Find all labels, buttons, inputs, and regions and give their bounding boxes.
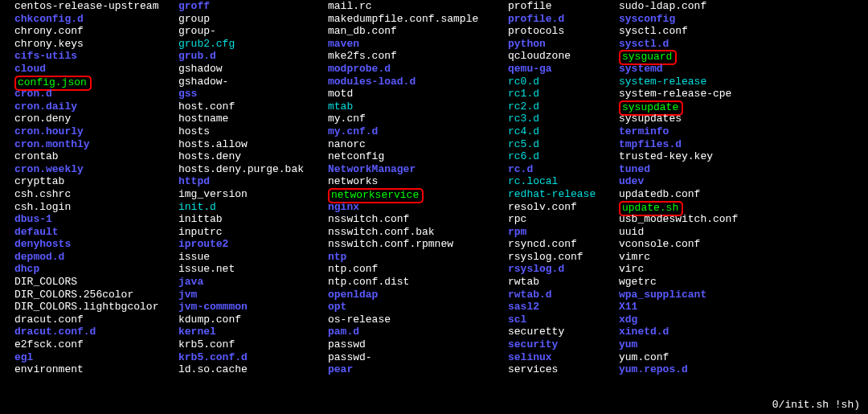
ls-entry: sysupdates [619, 113, 764, 125]
file-name: sudo-ldap.conf [619, 0, 706, 12]
file-name: rpm [508, 226, 526, 238]
file-name: gss [178, 88, 197, 100]
ls-entry: denyhosts [14, 238, 178, 251]
ls-entry: rpm [508, 226, 619, 239]
ls-entry: rc5.d [508, 138, 619, 151]
ls-entry: my.cnf.d [328, 125, 508, 138]
ls-entry: gshadow- [178, 76, 328, 88]
file-name: init.d [178, 201, 216, 213]
ls-entry: resolv.conf [508, 201, 619, 214]
file-name: group- [178, 25, 216, 37]
file-name: sysconfig [619, 13, 675, 25]
file-name: denyhosts [14, 238, 71, 250]
ls-entry: pam.d [328, 326, 508, 338]
file-name: egl [14, 351, 33, 363]
file-name: netconfig [328, 150, 384, 162]
file-name: rc6.d [508, 150, 539, 162]
file-name: grub2.cfg [178, 38, 235, 50]
file-name: dracut.conf [14, 314, 84, 326]
ls-entry: redhat-release [508, 188, 619, 201]
file-name: issue.net [178, 263, 235, 275]
ls-entry: my.cnf [328, 113, 508, 125]
ls-entry: chkconfig.d [14, 13, 178, 26]
ls-entry: rc.d [508, 163, 619, 176]
file-name: kdump.conf [178, 314, 241, 326]
ls-entry: cron.daily [14, 100, 178, 113]
ls-column: sudo-ldap.confsysconfigsysctl.confsysctl… [619, 0, 764, 376]
file-name: system-release [619, 76, 706, 88]
ls-entry: rc0.d [508, 76, 619, 88]
ls-entry: krb5.conf [178, 338, 328, 351]
shell-prompt[interactable]: 0/init.sh !sh) [772, 399, 860, 412]
ls-entry: security [508, 338, 619, 351]
ls-entry: openldap [328, 289, 508, 301]
ls-entry: qcloudzone [508, 50, 619, 63]
ls-entry: ntp.conf [328, 263, 508, 276]
ls-entry: rpc [508, 213, 619, 226]
ls-output: centos-release-upstreamchkconfig.dchrony… [14, 0, 854, 376]
file-name: cron.weekly [14, 163, 84, 175]
ls-entry: DIR_COLORS.lightbgcolor [14, 301, 178, 314]
ls-entry: udev [619, 175, 764, 188]
file-name: hosts [178, 125, 210, 137]
file-name: crontab [14, 150, 59, 162]
file-name: networks [328, 175, 378, 187]
ls-entry: hosts.deny.purge.bak [178, 163, 328, 176]
file-name: rc2.d [508, 100, 539, 113]
file-name: gshadow [178, 63, 223, 75]
file-name: httpd [178, 175, 210, 187]
file-name: xinetd.d [619, 326, 669, 338]
ls-entry: man_db.conf [328, 25, 508, 38]
file-name: mke2fs.conf [328, 50, 397, 62]
file-name: rwtab [508, 276, 539, 288]
file-name: dhcp [14, 263, 39, 275]
ls-entry: tuned [619, 163, 764, 176]
ls-entry: DIR_COLORS.256color [14, 289, 178, 301]
file-name: rc4.d [508, 125, 539, 137]
ls-column: profileprofile.dprotocolspythonqcloudzon… [508, 0, 619, 376]
file-name: chrony.keys [14, 38, 84, 50]
file-name: yum.conf [619, 351, 669, 363]
ls-entry: cron.weekly [14, 163, 178, 176]
file-name: profile [508, 0, 552, 12]
ls-entry: cifs-utils [14, 50, 178, 63]
ls-entry: inittab [178, 213, 328, 226]
file-name: tuned [619, 163, 650, 175]
file-name: sasl2 [508, 301, 539, 313]
ls-entry: X11 [619, 301, 764, 314]
ls-entry: hosts.allow [178, 138, 328, 151]
file-name: DIR_COLORS.lightbgcolor [14, 301, 158, 313]
ls-entry: hostname [178, 113, 328, 125]
file-name: nanorc [328, 138, 366, 150]
file-name: ntp.conf [328, 263, 378, 275]
ls-entry: egl [14, 351, 178, 364]
file-name: rwtab.d [508, 289, 552, 301]
ls-entry: rc3.d [508, 113, 619, 125]
file-name: default [14, 226, 59, 238]
ls-entry: yum [619, 338, 764, 351]
file-name: X11 [619, 301, 637, 313]
file-name: yum.repos.d [619, 363, 688, 375]
ls-entry: networks [328, 175, 508, 188]
file-name: mtab [328, 100, 353, 113]
file-name: xdg [619, 314, 637, 326]
ls-entry: inputrc [178, 226, 328, 239]
file-name: terminfo [619, 125, 669, 137]
file-name: wpa_supplicant [619, 289, 706, 301]
ls-entry: wpa_supplicant [619, 289, 764, 301]
file-name: inittab [178, 213, 223, 225]
file-name: cron.daily [14, 100, 77, 113]
ls-entry: chrony.conf [14, 25, 178, 38]
file-name: nginx [328, 201, 359, 213]
file-name: chrony.conf [14, 25, 84, 37]
ls-entry: group- [178, 25, 328, 38]
file-name: hosts.deny [178, 150, 241, 162]
file-name: virc [619, 263, 644, 275]
ls-entry: httpd [178, 175, 328, 188]
file-name: selinux [508, 351, 552, 363]
file-name: issue [178, 251, 210, 263]
ls-entry: cron.monthly [14, 138, 178, 151]
ls-entry: csh.cshrc [14, 188, 178, 201]
file-name: scl [508, 314, 526, 326]
file-name: NetworkManager [328, 163, 416, 175]
